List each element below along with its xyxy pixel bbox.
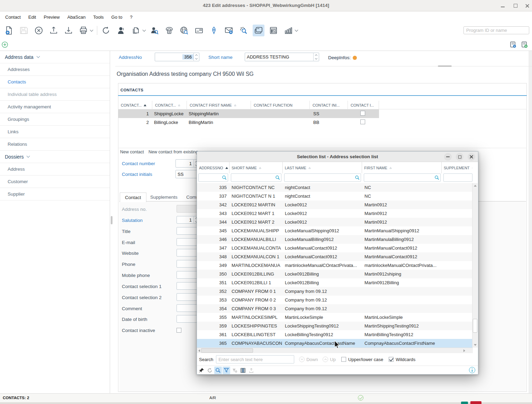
addressno-spinner[interactable] bbox=[193, 53, 199, 61]
copy-dropdown-chevron-icon[interactable] bbox=[143, 28, 146, 32]
import-icon[interactable] bbox=[63, 25, 74, 36]
address-row[interactable]: 344 LOCKE0912 MART 2 Locke0912 Martin091… bbox=[197, 218, 473, 226]
info-icon[interactable] bbox=[469, 367, 475, 373]
print-dropdown-chevron-icon[interactable] bbox=[90, 28, 93, 32]
program-add-icon[interactable] bbox=[521, 42, 528, 50]
globe-search-icon[interactable] bbox=[178, 25, 190, 36]
column-header-contact-no[interactable]: CONTACT... bbox=[118, 101, 152, 109]
shortname-input[interactable]: ADDRESS TESTING bbox=[245, 53, 314, 61]
column-header-short-name[interactable]: SHORT NAME bbox=[229, 162, 283, 173]
filter-icon[interactable] bbox=[223, 367, 230, 374]
address-row[interactable]: 351 LOCKE0912BILLI 1 Locke0912Billing Ma… bbox=[197, 278, 473, 287]
search-icon[interactable] bbox=[214, 367, 222, 374]
print-icon[interactable] bbox=[78, 25, 89, 36]
filter-input-addressno[interactable] bbox=[198, 173, 228, 182]
window-close-button[interactable] bbox=[525, 3, 530, 9]
refresh-icon[interactable] bbox=[100, 25, 112, 36]
column-header-contact-initials[interactable]: CONTACT INI... bbox=[310, 101, 348, 109]
search-down-icon[interactable] bbox=[299, 357, 305, 362]
scroll-down-icon[interactable] bbox=[474, 344, 477, 346]
copy-document-icon[interactable] bbox=[130, 25, 142, 36]
tray-icon-red[interactable] bbox=[470, 401, 481, 404]
contact-person-icon[interactable] bbox=[115, 25, 127, 36]
mail-add-icon[interactable] bbox=[223, 25, 235, 36]
contact-number-input[interactable]: 1 bbox=[175, 159, 194, 168]
chart-dropdown-chevron-icon[interactable] bbox=[295, 28, 298, 32]
sidebar-item[interactable]: Addresses bbox=[0, 63, 110, 76]
address-card-icon[interactable] bbox=[193, 25, 205, 36]
menu-help[interactable]: ? bbox=[126, 11, 136, 23]
address-row[interactable]: 347 LOCKEMANUALCONTA LockeManualContact0… bbox=[197, 244, 473, 252]
address-row[interactable]: 355 MARTINLOCKESIMPL MartinLockeSimple M… bbox=[197, 313, 473, 322]
panel-list-icon[interactable] bbox=[268, 25, 279, 36]
new-contact-from-existing-button[interactable]: New contact from existing bbox=[148, 150, 198, 154]
dialog-close-button[interactable] bbox=[468, 153, 475, 161]
window-maximize-button[interactable] bbox=[513, 3, 519, 9]
tab-contact[interactable]: Contact bbox=[120, 192, 146, 202]
sidebar-item[interactable]: Individual table address bbox=[0, 88, 110, 101]
address-row[interactable]: 350 LOCKE0912BILLING Locke0912Billing Ma… bbox=[197, 270, 473, 278]
contact-inactive-checkbox[interactable] bbox=[360, 111, 365, 116]
filter-input-last-name[interactable] bbox=[284, 173, 361, 182]
scroll-up-icon[interactable] bbox=[474, 185, 477, 187]
sidebar-section-dossiers[interactable]: Dossiers bbox=[0, 151, 110, 163]
sidebar-item[interactable]: Relations bbox=[0, 138, 110, 151]
new-contact-button[interactable]: New contact bbox=[120, 150, 144, 154]
wildcards-checkbox[interactable] bbox=[389, 357, 394, 362]
search-up-icon[interactable] bbox=[323, 357, 328, 362]
menu-contact[interactable]: Contact bbox=[1, 11, 25, 23]
address-row[interactable]: 345 LOCKEMANUALSHIPP LockeManualShipping… bbox=[197, 226, 473, 235]
menu-tools[interactable]: Tools bbox=[89, 11, 107, 23]
refresh-icon[interactable] bbox=[206, 367, 214, 374]
salutation-input[interactable]: 1 bbox=[177, 216, 194, 224]
column-header-supplement[interactable]: SUPPLEMENT bbox=[442, 162, 472, 173]
address-row[interactable]: 337 NIGHTCONTACT N 1 nightContact NC bbox=[197, 192, 473, 200]
vertical-scrollbar-thumb[interactable] bbox=[473, 319, 477, 333]
upper-lower-case-checkbox[interactable] bbox=[341, 357, 346, 362]
dialog-titlebar[interactable]: Selection list - Address selection list bbox=[197, 152, 478, 162]
contact-initials-input[interactable]: SS bbox=[175, 170, 200, 178]
table-row[interactable]: 2 BillingLocke BillingMartin BB bbox=[118, 118, 379, 127]
column-header-first-name[interactable]: FIRST NAME bbox=[362, 162, 442, 173]
scroll-right-icon[interactable] bbox=[463, 349, 465, 352]
sidebar-item[interactable]: Activity management bbox=[0, 101, 110, 113]
filter-remove-icon[interactable] bbox=[231, 367, 238, 374]
archive-window-icon[interactable] bbox=[253, 25, 264, 36]
addressno-input[interactable]: 356 bbox=[155, 53, 194, 61]
collapse-handle[interactable] bbox=[438, 65, 452, 67]
tab-supplements[interactable]: Supplements bbox=[145, 192, 182, 202]
sidebar-section-address-data[interactable]: Address data bbox=[0, 51, 110, 63]
export-icon[interactable] bbox=[48, 25, 60, 36]
column-header-last-name[interactable]: LAST NAME bbox=[283, 162, 362, 173]
menu-goto[interactable]: Go to bbox=[108, 11, 126, 23]
dialog-vertical-scrollbar[interactable] bbox=[472, 183, 478, 348]
dialog-maximize-button[interactable] bbox=[456, 153, 463, 161]
pen-filter-icon[interactable] bbox=[208, 25, 220, 36]
program-settings-icon[interactable] bbox=[510, 42, 516, 50]
new-document-icon[interactable] bbox=[3, 25, 15, 36]
person-search-icon[interactable] bbox=[148, 25, 160, 36]
table-row[interactable]: 1 ShippingLocke ShippingMartin SS bbox=[118, 109, 379, 118]
cancel-icon[interactable] bbox=[33, 25, 45, 36]
phone-icon[interactable] bbox=[163, 25, 175, 36]
export-icon[interactable] bbox=[247, 367, 255, 374]
address-row[interactable]: 361 LOCKEBILLINGTEST LockeBillingTesting… bbox=[197, 330, 473, 339]
address-row[interactable]: 346 LOCKEMANUALBILLI LockeManualBilling0… bbox=[197, 235, 473, 244]
grid-icon[interactable] bbox=[239, 367, 247, 374]
shortname-spinner[interactable] bbox=[313, 53, 319, 61]
sidebar-item[interactable]: Address bbox=[0, 163, 110, 176]
horizontal-scrollbar-thumb[interactable] bbox=[201, 348, 253, 353]
settings-search-icon[interactable] bbox=[238, 25, 250, 36]
column-header-contact-inactive[interactable]: CONTACT I... bbox=[348, 101, 379, 109]
address-row[interactable]: 342 LOCKE0912 MARTIN Locke0912 Martin091… bbox=[197, 200, 473, 209]
sidebar-item[interactable]: Supplier bbox=[0, 188, 110, 200]
contact-inactive-checkbox[interactable] bbox=[360, 119, 365, 124]
address-row[interactable]: 353 COMPANY FROM 0 2 Company from 09.12 bbox=[197, 296, 473, 304]
content-scrollbar-thumb[interactable] bbox=[111, 216, 112, 224]
sidebar-item[interactable]: Customer bbox=[0, 176, 110, 188]
sidebar-item[interactable]: Contacts bbox=[0, 76, 110, 88]
scroll-left-icon[interactable] bbox=[198, 349, 200, 352]
column-header-addressno[interactable]: ADDRESSNO bbox=[197, 162, 229, 173]
column-header-contact-last[interactable]: CONTACT... bbox=[152, 101, 187, 109]
menu-edit[interactable]: Edit bbox=[25, 11, 40, 23]
